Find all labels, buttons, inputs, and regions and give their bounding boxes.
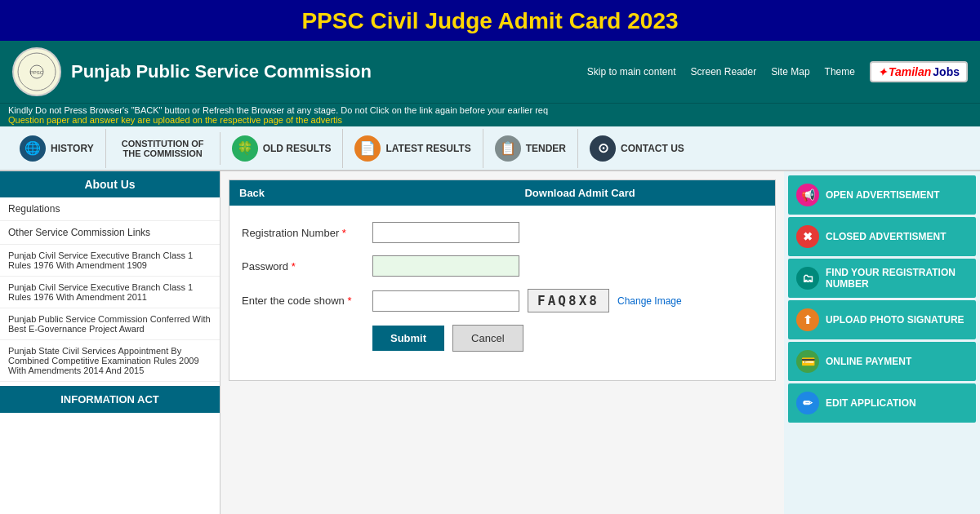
open-ad-icon: 📢	[796, 184, 819, 206]
sidebar-link-egovernance[interactable]: Punjab Public Service Commission Conferr…	[0, 308, 220, 340]
notice-bar: Kindly Do not Press Browser's "BACK" but…	[0, 103, 980, 126]
left-sidebar: About Us Regulations Other Service Commi…	[0, 171, 220, 514]
online-payment-button[interactable]: 💳 ONLINE PAYMENT	[788, 342, 976, 381]
tender-icon: 📋	[495, 135, 521, 162]
skip-to-main-link[interactable]: Skip to main content	[587, 66, 676, 78]
registration-number-row: Registration Number *	[242, 222, 763, 243]
payment-icon: 💳	[796, 350, 819, 373]
nav-tender-label: TENDER	[526, 143, 566, 154]
closed-advertisement-button[interactable]: ✖ CLOSED ADVERTISMENT	[788, 217, 976, 256]
theme-link[interactable]: Theme	[825, 66, 855, 78]
logo-area: PPSC Punjab Public Service Commission	[12, 47, 587, 96]
submit-button[interactable]: Submit	[372, 326, 444, 351]
find-reg-icon: 🗂	[796, 267, 819, 290]
screen-reader-link[interactable]: Screen Reader	[690, 66, 756, 78]
page-title: PPSC Civil Judge Admit Card 2023	[0, 8, 980, 34]
nav-constitution[interactable]: CONSTITUTION OF THE COMMISSION	[106, 132, 220, 165]
tamilan-jobs-badge: ✦ Tamilan Jobs	[870, 61, 968, 82]
tamilan-logo-t: ✦	[878, 66, 887, 78]
main-nav: 🌐 HISTORY CONSTITUTION OF THE COMMISSION…	[0, 126, 980, 171]
admit-card-form-box: Back Download Admit Card Registration Nu…	[229, 179, 776, 381]
title-bar: PPSC Civil Judge Admit Card 2023	[0, 0, 980, 41]
sidebar-link-other-commissions[interactable]: Other Service Commission Links	[0, 221, 220, 245]
latest-results-icon: 📄	[354, 135, 381, 162]
form-body: Registration Number * Password *	[229, 206, 775, 380]
registration-number-label: Registration Number *	[242, 227, 372, 239]
nav-old-results[interactable]: 🍀 OLD RESULTS	[220, 129, 344, 168]
edit-icon: ✏	[796, 392, 819, 414]
password-input[interactable]	[372, 255, 519, 277]
captcha-image: FAQ8X8	[528, 289, 609, 312]
upload-icon: ⬆	[796, 308, 819, 331]
nav-latest-results-label: LATEST RESULTS	[385, 143, 470, 154]
find-reg-label: FIND YOUR REGISTRATION NUMBER	[826, 267, 968, 290]
sidebar-link-regulations[interactable]: Regulations	[0, 197, 220, 221]
required-marker-3: *	[347, 295, 351, 307]
tamilan-text-1: Tamilan	[889, 65, 931, 78]
nav-history-label: HISTORY	[51, 143, 94, 154]
sidebar-link-rules-1909[interactable]: Punjab Civil Service Executive Branch Cl…	[0, 245, 220, 277]
site-header: PPSC Punjab Public Service Commission Sk…	[0, 41, 980, 103]
history-icon: 🌐	[20, 135, 46, 162]
nav-tender[interactable]: 📋 TENDER	[483, 129, 578, 168]
old-results-icon: 🍀	[232, 135, 258, 162]
open-advertisement-button[interactable]: 📢 OPEN ADVERTISEMENT	[788, 175, 976, 215]
password-label: Password *	[242, 260, 372, 273]
contact-icon: ⊙	[590, 135, 616, 162]
edit-application-button[interactable]: ✏ EDIT APPLICATION	[788, 383, 976, 423]
right-sidebar: 📢 OPEN ADVERTISEMENT ✖ CLOSED ADVERTISME…	[784, 171, 980, 514]
required-marker-2: *	[292, 260, 296, 273]
change-image-link[interactable]: Change Image	[617, 295, 682, 307]
main-content: About Us Regulations Other Service Commi…	[0, 171, 980, 514]
payment-label: ONLINE PAYMENT	[826, 356, 911, 367]
back-button[interactable]: Back	[239, 187, 265, 199]
form-buttons-row: Submit Cancel	[372, 325, 763, 352]
upload-photo-signature-button[interactable]: ⬆ UPLOAD PHOTO SIGNATURE	[788, 300, 976, 339]
about-us-header: About Us	[0, 171, 220, 197]
information-act-button[interactable]: INFORMATION ACT	[0, 386, 220, 413]
closed-ad-icon: ✖	[796, 225, 819, 248]
upload-label: UPLOAD PHOTO SIGNATURE	[826, 314, 964, 326]
nav-contact-us[interactable]: ⊙ CONTACT US	[578, 129, 696, 168]
captcha-row: Enter the code shown * FAQ8X8 Change Ima…	[242, 289, 763, 312]
find-registration-button[interactable]: 🗂 FIND YOUR REGISTRATION NUMBER	[788, 259, 976, 298]
nav-history[interactable]: 🌐 HISTORY	[8, 129, 106, 168]
header-nav: Skip to main content Screen Reader Site …	[587, 61, 968, 82]
captcha-label: Enter the code shown *	[242, 295, 372, 307]
sidebar-link-appointment-rules[interactable]: Punjab State Civil Services Appointment …	[0, 340, 220, 382]
nav-constitution-label: CONSTITUTION OF THE COMMISSION	[118, 139, 208, 158]
org-name: Punjab Public Service Commission	[71, 61, 372, 82]
notice-line2: Question paper and answer key are upload…	[8, 115, 972, 125]
form-title: Download Admit Card	[524, 187, 635, 199]
closed-ad-label: CLOSED ADVERTISMENT	[826, 231, 947, 242]
site-map-link[interactable]: Site Map	[771, 66, 809, 78]
edit-label: EDIT APPLICATION	[826, 397, 916, 409]
open-ad-label: OPEN ADVERTISEMENT	[826, 189, 940, 201]
cancel-button[interactable]: Cancel	[452, 325, 523, 352]
captcha-input[interactable]	[372, 290, 519, 312]
center-content: Back Download Admit Card Registration Nu…	[220, 171, 784, 514]
svg-text:PPSC: PPSC	[30, 70, 44, 75]
tamilan-text-2: Jobs	[933, 65, 960, 78]
form-header: Back Download Admit Card	[229, 180, 775, 206]
required-marker-1: *	[342, 227, 346, 239]
nav-contact-us-label: CONTACT US	[621, 143, 684, 154]
nav-old-results-label: OLD RESULTS	[263, 143, 332, 154]
notice-line1: Kindly Do not Press Browser's "BACK" but…	[8, 105, 972, 115]
registration-number-input[interactable]	[372, 222, 519, 243]
nav-latest-results[interactable]: 📄 LATEST RESULTS	[343, 129, 483, 168]
password-row: Password *	[242, 255, 763, 277]
sidebar-link-rules-2011[interactable]: Punjab Civil Service Executive Branch Cl…	[0, 277, 220, 308]
org-logo: PPSC	[12, 47, 61, 96]
captcha-area: FAQ8X8 Change Image	[372, 289, 682, 312]
